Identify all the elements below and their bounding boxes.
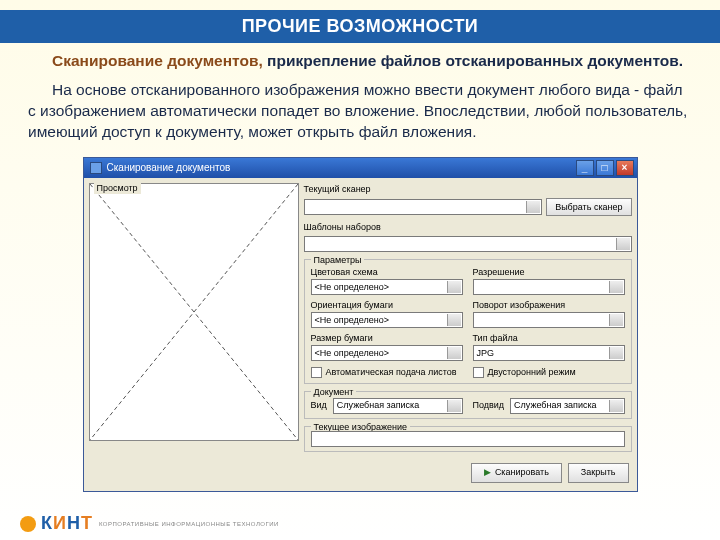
doc-type-select[interactable]: Служебная записка [333, 398, 463, 414]
doc-type-label: Вид [311, 399, 327, 411]
format-label: Тип файла [473, 332, 625, 344]
color-label: Цветовая схема [311, 266, 463, 278]
resolution-select[interactable] [473, 279, 625, 295]
intro-body: На основе отсканированного изображения м… [28, 80, 692, 143]
app-window: Сканирование документов _ □ × Просмотр Т… [83, 157, 638, 492]
document-legend: Документ [311, 386, 357, 398]
doc-subtype-label: Подвид [473, 399, 505, 411]
params-fieldset: Параметры Цветовая схема <Не определено>… [304, 259, 632, 384]
current-image-field[interactable] [311, 431, 625, 447]
logo-letter: Т [81, 513, 92, 534]
logo-letter: И [53, 513, 66, 534]
document-fieldset: Документ Вид Служебная записка Подвид Сл… [304, 391, 632, 419]
current-image-fieldset: Текущее изображение [304, 426, 632, 452]
window-titlebar: Сканирование документов _ □ × [84, 158, 637, 178]
logo-letter: К [41, 513, 52, 534]
scanner-label: Текущий сканер [304, 183, 632, 195]
intro-lead: Сканирование документов, прикрепление фа… [28, 51, 692, 72]
duplex-checkbox[interactable]: Двусторонний режим [473, 366, 625, 378]
scan-icon: ▶ [484, 466, 491, 478]
intro-lead-rest: прикрепление файлов отсканированных доку… [267, 52, 683, 69]
maximize-button[interactable]: □ [596, 160, 614, 176]
scan-button-label: Сканировать [495, 466, 549, 478]
intro-lead-bold: Сканирование документов, [52, 52, 267, 69]
orientation-label: Ориентация бумаги [311, 299, 463, 311]
preview-label: Просмотр [94, 182, 141, 194]
autofeed-checkbox[interactable]: Автоматическая подача листов [311, 366, 463, 378]
logo-letter: Н [67, 513, 80, 534]
close-window-button[interactable]: × [616, 160, 634, 176]
resolution-label: Разрешение [473, 266, 625, 278]
templates-select[interactable] [304, 236, 632, 252]
orientation-select[interactable]: <Не определено> [311, 312, 463, 328]
duplex-label: Двусторонний режим [488, 366, 576, 378]
close-button[interactable]: Закрыть [568, 463, 629, 483]
format-select[interactable]: JPG [473, 345, 625, 361]
paper-label: Размер бумаги [311, 332, 463, 344]
autofeed-label: Автоматическая подача листов [326, 366, 457, 378]
templates-label: Шаблоны наборов [304, 221, 632, 233]
select-scanner-button[interactable]: Выбрать сканер [546, 198, 631, 216]
doc-subtype-select[interactable]: Служебная записка [510, 398, 624, 414]
minimize-button[interactable]: _ [576, 160, 594, 176]
footer-logo: К И Н Т КОРПОРАТИВНЫЕ ИНФОРМАЦИОННЫЕ ТЕХ… [20, 513, 279, 534]
app-icon [90, 162, 102, 174]
preview-pane: Просмотр [89, 183, 299, 441]
color-select[interactable]: <Не определено> [311, 279, 463, 295]
rotate-select[interactable] [473, 312, 625, 328]
preview-placeholder-icon [90, 184, 298, 440]
paper-select[interactable]: <Не определено> [311, 345, 463, 361]
scanner-select[interactable] [304, 199, 543, 215]
params-legend: Параметры [311, 254, 365, 266]
content-area: Сканирование документов, прикрепление фа… [0, 51, 720, 492]
page-banner: ПРОЧИЕ ВОЗМОЖНОСТИ [0, 10, 720, 43]
scan-button[interactable]: ▶ Сканировать [471, 463, 562, 483]
logo-tagline: КОРПОРАТИВНЫЕ ИНФОРМАЦИОННЫЕ ТЕХНОЛОГИИ [99, 521, 279, 527]
window-title: Сканирование документов [107, 161, 574, 175]
logo-disc-icon [20, 516, 36, 532]
rotate-label: Поворот изображения [473, 299, 625, 311]
